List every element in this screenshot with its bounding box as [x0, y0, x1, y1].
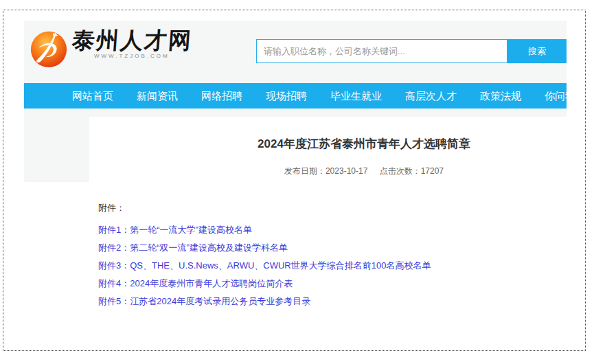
nav-item-high-level-talent[interactable]: 高层次人才	[405, 83, 457, 109]
article-panel: 2024年度江苏省泰州市青年人才选聘简章 发布日期：2023-10-17 点击次…	[89, 117, 567, 337]
publish-date: 发布日期：2023-10-17	[284, 166, 367, 176]
attachment-link-5[interactable]: 附件5：江苏省2024年度考试录用公务员专业参考目录	[98, 293, 567, 310]
article-title: 2024年度江苏省泰州市青年人才选聘简章	[89, 136, 567, 152]
page-container: 泰州人才网 WWW.TZJOB.COM 搜索 网站首页 新闻资讯 网络招聘 现场…	[24, 21, 567, 337]
brand-circle-icon	[29, 29, 69, 69]
search-input[interactable]	[256, 39, 507, 63]
attachments-label: 附件：	[98, 202, 567, 214]
brand-text: 泰州人才网 WWW.TZJOB.COM	[72, 27, 192, 59]
nav-item-graduates[interactable]: 毕业生就业	[330, 83, 382, 109]
nav-item-news[interactable]: 新闻资讯	[137, 83, 178, 109]
nav-item-online-recruit[interactable]: 网络招聘	[201, 83, 242, 109]
site-name: 泰州人才网	[71, 27, 194, 54]
nav-item-qa[interactable]: 你问我答	[545, 83, 567, 109]
attachment-link-2[interactable]: 附件2：第二轮“双一流”建设高校及建设学科名单	[98, 239, 567, 257]
attachment-link-1[interactable]: 附件1：第一轮“一流大学”建设高校名单	[98, 221, 567, 239]
nav-item-home[interactable]: 网站首页	[72, 83, 113, 109]
article-header: 2024年度江苏省泰州市青年人才选聘简章 发布日期：2023-10-17 点击次…	[89, 136, 567, 177]
attachments-section: 附件： 附件1：第一轮“一流大学”建设高校名单 附件2：第二轮“双一流”建设高校…	[89, 202, 567, 310]
nav-item-onsite-recruit[interactable]: 现场招聘	[266, 83, 307, 109]
attachment-link-3[interactable]: 附件3：QS、THE、U.S.News、ARWU、CWUR世界大学综合排名前10…	[98, 257, 567, 275]
hit-count: 点击次数：17207	[380, 166, 444, 176]
site-logo[interactable]: 泰州人才网 WWW.TZJOB.COM	[29, 27, 192, 69]
search-button[interactable]: 搜索	[507, 39, 567, 63]
main-nav: 网站首页 新闻资讯 网络招聘 现场招聘 毕业生就业 高层次人才 政策法规 你问我…	[24, 83, 567, 109]
nav-item-policies[interactable]: 政策法规	[480, 83, 521, 109]
article-meta: 发布日期：2023-10-17 点击次数：17207	[89, 166, 567, 177]
attachment-link-4[interactable]: 附件4：2024年度泰州市青年人才选聘岗位简介表	[98, 275, 567, 293]
site-header: 泰州人才网 WWW.TZJOB.COM 搜索	[24, 21, 567, 83]
